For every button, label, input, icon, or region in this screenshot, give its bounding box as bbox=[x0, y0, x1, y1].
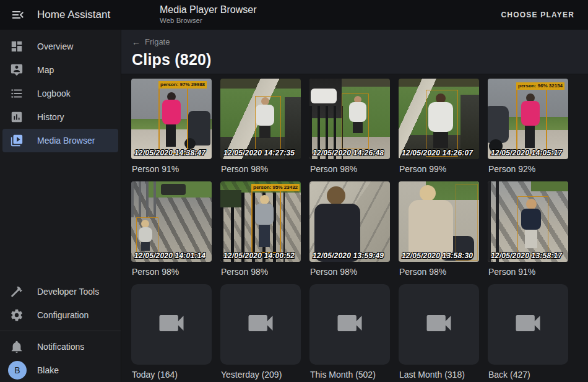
sidebar-item-label: Configuration bbox=[37, 310, 89, 320]
folder-card[interactable]: Yesterday (209) bbox=[220, 284, 301, 380]
sidebar-toggle-button[interactable] bbox=[11, 7, 25, 22]
video-camera-icon bbox=[244, 307, 277, 342]
clip-label: Person 99% bbox=[399, 164, 479, 175]
sidebar-nav: Overview Map Logbook History Med bbox=[0, 30, 121, 152]
menu-open-icon bbox=[11, 14, 25, 24]
detection-bounding-box: person: 97% 29988 bbox=[158, 87, 188, 154]
sidebar-item-label: Logbook bbox=[37, 89, 71, 98]
gear-icon bbox=[10, 308, 24, 322]
clip-card[interactable]: 12/05/2020 13:59:49 Person 98% bbox=[309, 181, 390, 277]
folder-label: Back (427) bbox=[488, 370, 568, 380]
clip-label: Person 98% bbox=[220, 267, 301, 277]
sidebar-item-overview[interactable]: Overview bbox=[2, 35, 118, 58]
breadcrumb-back[interactable]: ← Frigate bbox=[132, 30, 170, 46]
clip-timestamp: 12/05/2020 14:26:07 bbox=[402, 149, 473, 157]
sidebar-item-configuration[interactable]: Configuration bbox=[2, 303, 118, 327]
detection-label: person: 95% 23432 bbox=[251, 184, 300, 191]
video-camera-icon bbox=[512, 307, 544, 342]
clip-timestamp: 12/05/2020 13:59:49 bbox=[313, 251, 384, 260]
detection-bounding-box: person: 95% 23432 bbox=[251, 190, 281, 253]
media-browser-content: ← Frigate Clips (820) person: 97% 29988 … bbox=[121, 30, 588, 382]
clip-card[interactable]: 12/05/2020 13:58:30 Person 98% bbox=[399, 181, 479, 277]
sidebar-item-developer-tools[interactable]: Developer Tools bbox=[2, 280, 118, 303]
video-camera-icon bbox=[423, 307, 455, 342]
sidebar-item-map[interactable]: Map bbox=[2, 58, 118, 82]
sidebar-item-media-browser[interactable]: Media Browser bbox=[2, 129, 118, 152]
media-browser-header: ← Frigate Clips (820) bbox=[121, 30, 588, 74]
breadcrumb-label: Frigate bbox=[145, 37, 170, 46]
home-assistant-app: Home Assistant Media Player Browser Web … bbox=[0, 0, 588, 382]
folder-label: Last Month (318) bbox=[399, 370, 479, 380]
video-camera-icon bbox=[155, 307, 188, 342]
clip-thumbnail: 12/05/2020 13:59:49 bbox=[309, 181, 390, 262]
app-bar-left: Home Assistant bbox=[0, 7, 121, 22]
play-box-multiple-icon bbox=[10, 134, 24, 147]
clip-thumbnail: person: 97% 29988 12/05/2020 14:38:47 bbox=[131, 79, 212, 159]
folder-thumbnail bbox=[399, 284, 479, 365]
clip-timestamp: 12/05/2020 14:38:47 bbox=[134, 149, 205, 157]
clip-timestamp: 12/05/2020 14:01:14 bbox=[134, 251, 205, 260]
sidebar-item-label: Map bbox=[37, 65, 54, 75]
clip-card[interactable]: 12/05/2020 14:01:14 Person 98% bbox=[131, 181, 212, 277]
app-title: Home Assistant bbox=[37, 9, 110, 21]
detection-bounding-box bbox=[517, 196, 548, 254]
sidebar-item-notifications[interactable]: Notifications bbox=[2, 335, 118, 358]
clip-thumbnail: 12/05/2020 14:01:14 bbox=[131, 181, 212, 262]
clip-thumbnail: 12/05/2020 14:26:48 bbox=[309, 79, 390, 159]
account-tooltip-icon bbox=[10, 63, 24, 77]
clip-card[interactable]: person: 97% 29988 12/05/2020 14:38:47 Pe… bbox=[131, 79, 212, 175]
detection-bounding-box bbox=[136, 217, 158, 256]
bell-icon bbox=[10, 340, 24, 354]
folder-card[interactable]: Today (164) bbox=[131, 284, 212, 380]
sidebar-item-logbook[interactable]: Logbook bbox=[2, 82, 118, 105]
clip-label: Person 91% bbox=[488, 267, 568, 277]
scene-prop bbox=[131, 181, 158, 217]
view-dashboard-icon bbox=[10, 40, 24, 53]
sidebar-item-label: Media Browser bbox=[37, 136, 95, 145]
clip-thumbnail: 12/05/2020 13:58:30 bbox=[399, 181, 479, 262]
detection-bounding-box: person: 96% 32154 bbox=[516, 89, 547, 155]
folder-card[interactable]: Last Month (318) bbox=[399, 284, 479, 380]
clip-card[interactable]: 12/05/2020 13:58:17 Person 91% bbox=[488, 181, 568, 277]
detection-bounding-box bbox=[426, 90, 458, 157]
clip-card[interactable]: 12/05/2020 14:26:48 Person 98% bbox=[309, 79, 390, 175]
sidebar-item-label: Notifications bbox=[37, 342, 84, 352]
sidebar-item-label: Developer Tools bbox=[37, 287, 99, 297]
clip-label: Person 98% bbox=[309, 164, 390, 175]
clip-timestamp: 12/05/2020 14:05:17 bbox=[491, 149, 562, 157]
folder-card[interactable]: Back (427) bbox=[488, 284, 568, 380]
sidebar-item-history[interactable]: History bbox=[2, 105, 118, 129]
scene-prop bbox=[311, 89, 337, 103]
clip-timestamp: 12/05/2020 14:27:35 bbox=[223, 149, 295, 157]
clip-timestamp: 12/05/2020 14:00:52 bbox=[223, 251, 295, 260]
folder-thumbnail bbox=[220, 284, 301, 365]
detection-label: person: 97% 29988 bbox=[158, 81, 207, 89]
detection-bounding-box bbox=[456, 184, 478, 261]
chart-box-icon bbox=[10, 110, 24, 124]
clip-card[interactable]: 12/05/2020 14:26:07 Person 99% bbox=[399, 79, 479, 175]
clip-label: Person 98% bbox=[131, 267, 212, 277]
clip-label: Person 98% bbox=[399, 267, 479, 277]
clip-card[interactable]: 12/05/2020 14:27:35 Person 98% bbox=[220, 79, 301, 175]
hammer-icon bbox=[10, 285, 24, 298]
video-camera-icon bbox=[334, 307, 366, 342]
folder-label: Yesterday (209) bbox=[220, 370, 301, 380]
detection-label: person: 96% 32154 bbox=[516, 82, 564, 90]
sidebar-footer-nav: Developer Tools Configuration Notificati… bbox=[0, 275, 121, 382]
folder-label: Today (164) bbox=[131, 370, 212, 380]
clip-card[interactable]: person: 96% 32154 12/05/2020 14:05:17 Pe… bbox=[488, 79, 568, 175]
folder-card[interactable]: This Month (502) bbox=[309, 284, 390, 380]
choose-player-button[interactable]: CHOOSE PLAYER bbox=[497, 6, 578, 24]
scene-prop bbox=[488, 181, 504, 262]
folder-thumbnail bbox=[131, 284, 212, 365]
clip-label: Person 98% bbox=[220, 164, 301, 175]
user-avatar: B bbox=[8, 361, 27, 380]
clip-thumbnail: 12/05/2020 13:58:17 bbox=[488, 181, 568, 262]
sidebar-item-profile[interactable]: B Blake bbox=[2, 358, 118, 382]
app-bar: Home Assistant Media Player Browser Web … bbox=[0, 0, 588, 30]
clip-card[interactable]: person: 95% 23432 12/05/2020 14:00:52 Pe… bbox=[220, 181, 301, 277]
sidebar-item-label: History bbox=[37, 112, 64, 122]
sidebar-divider bbox=[0, 331, 121, 331]
folder-thumbnail bbox=[309, 284, 390, 365]
scene-prop bbox=[161, 184, 186, 195]
